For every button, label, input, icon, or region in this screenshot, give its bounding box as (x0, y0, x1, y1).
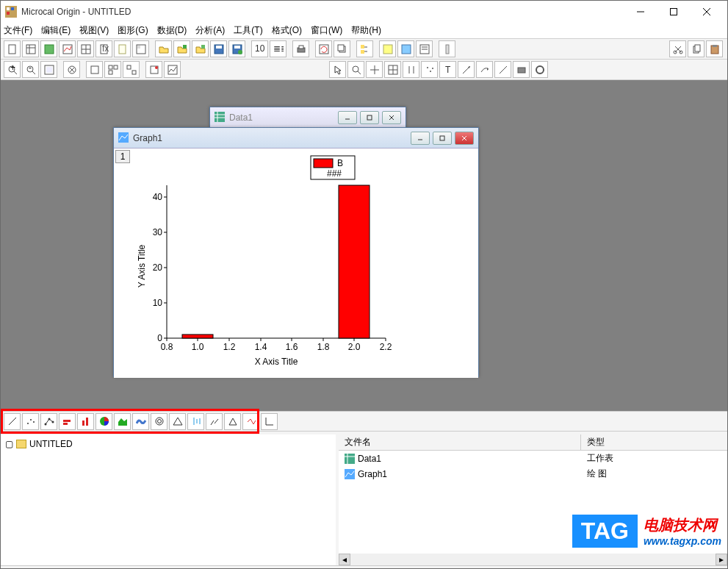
new-excel-button[interactable] (40, 40, 57, 57)
zoom-in-button[interactable]: + (4, 61, 21, 78)
svg-rect-51 (713, 45, 717, 47)
project-tree[interactable]: ▢ UNTITLED (1, 434, 339, 565)
draw-data-button[interactable] (421, 61, 438, 78)
minimize-button[interactable] (624, 1, 657, 22)
screen-reader-button[interactable] (366, 61, 383, 78)
text-tool-button[interactable]: T (439, 61, 456, 78)
menu-data[interactable]: 数据(D) (157, 24, 187, 37)
data1-minimize-button[interactable] (338, 111, 357, 124)
svg-rect-32 (299, 46, 303, 49)
open-template-button[interactable] (173, 40, 190, 57)
list-item[interactable]: Data1 工作表 (339, 451, 727, 466)
tree-root[interactable]: ▢ UNTITLED (4, 437, 333, 451)
new-layout-button[interactable] (132, 40, 149, 57)
chart-plot[interactable]: B ### Y Axis Title 0 10 20 30 40 (114, 148, 478, 376)
arrow-tool-button[interactable] (458, 61, 475, 78)
svg-rect-69 (168, 65, 177, 74)
close-button[interactable] (690, 1, 723, 22)
new-notes-button[interactable] (114, 40, 131, 57)
code-builder-button[interactable] (397, 40, 414, 57)
pointer-tool-button[interactable] (329, 61, 346, 78)
mdi-workspace: Data1 Graph1 1 (1, 80, 727, 411)
scroll-right-button[interactable]: ▸ (716, 554, 727, 565)
open-excel-button[interactable] (192, 40, 209, 57)
svg-rect-19 (119, 45, 126, 54)
chart-legend[interactable]: B ### (311, 156, 355, 179)
graph1-close-button[interactable] (455, 132, 474, 145)
paste-button[interactable] (706, 40, 723, 57)
menu-format[interactable]: 格式(O) (272, 24, 302, 37)
menu-graph[interactable]: 图形(G) (118, 24, 148, 37)
layer-tool-button[interactable] (63, 61, 80, 78)
menu-help[interactable]: 帮助(H) (351, 24, 381, 37)
add-column-button[interactable] (439, 40, 455, 57)
cut-button[interactable] (669, 40, 686, 57)
new-matrix-button[interactable] (77, 40, 94, 57)
rect-tool-button[interactable] (513, 61, 530, 78)
curved-arrow-button[interactable] (476, 61, 493, 78)
save-project-button[interactable] (210, 40, 227, 57)
data1-maximize-button[interactable] (360, 111, 379, 124)
merge-layers-button[interactable] (123, 61, 140, 78)
rescale-button[interactable] (40, 61, 57, 78)
new-graph-button[interactable] (59, 40, 76, 57)
copy-button[interactable] (688, 40, 704, 57)
add-layer-button[interactable] (86, 61, 103, 78)
scroll-left-button[interactable]: ◂ (339, 554, 350, 565)
data1-close-button[interactable] (382, 111, 401, 124)
menu-file[interactable]: 文件(F) (4, 24, 32, 37)
results-log-button[interactable] (379, 40, 396, 57)
data-selector-button[interactable] (403, 61, 419, 78)
graph1-window[interactable]: Graph1 1 B ### Y Axis Title (113, 127, 479, 377)
add-plot-button[interactable] (164, 61, 181, 78)
import-ascii-button[interactable]: 101 (251, 40, 268, 57)
chart-area[interactable]: 1 B ### Y Axis Title 0 10 (114, 148, 478, 378)
data1-window[interactable]: Data1 (209, 107, 406, 127)
menu-edit[interactable]: 编辑(E) (41, 24, 71, 37)
new-worksheet-button[interactable] (22, 40, 39, 57)
list-item[interactable]: Graph1 绘 图 (339, 466, 727, 482)
col-filename[interactable]: 文件名 (339, 434, 581, 450)
save-template-button[interactable] (228, 40, 245, 57)
new-function-button[interactable]: fx (95, 40, 112, 57)
circle-tool-button[interactable] (531, 61, 548, 78)
script-window-button[interactable] (416, 40, 433, 57)
menu-analysis[interactable]: 分析(A) (195, 24, 225, 37)
add-axes-button[interactable] (145, 61, 162, 78)
bar-1[interactable] (182, 334, 213, 338)
refresh-button[interactable] (315, 40, 332, 57)
extract-layers-button[interactable] (104, 61, 121, 78)
horizontal-scrollbar[interactable]: ◂ ▸ (339, 554, 727, 565)
menu-view[interactable]: 视图(V) (79, 24, 109, 37)
layer-tab[interactable]: 1 (115, 150, 130, 163)
app-icon (5, 6, 17, 18)
svg-text:30: 30 (153, 227, 163, 237)
print-button[interactable] (292, 40, 309, 57)
graph1-maximize-button[interactable] (433, 132, 452, 145)
duplicate-button[interactable] (334, 40, 350, 57)
data-reader-button[interactable] (384, 61, 401, 78)
svg-rect-35 (338, 45, 344, 51)
bar-2[interactable] (339, 185, 370, 338)
col-type[interactable]: 类型 (581, 434, 727, 450)
svg-text:1.0: 1.0 (192, 342, 204, 352)
zoom-out-button[interactable]: - (22, 61, 39, 78)
template-plot-button[interactable] (261, 413, 278, 430)
svg-rect-62 (109, 65, 112, 69)
new-project-button[interactable] (4, 40, 21, 57)
tree-expand-icon[interactable]: ▢ (5, 439, 13, 449)
line-tool-button[interactable] (494, 61, 511, 78)
open-button[interactable] (155, 40, 172, 57)
svg-rect-36 (361, 45, 364, 49)
project-explorer-button[interactable] (356, 40, 373, 57)
import-multi-button[interactable]: ≣≣ (270, 40, 286, 57)
status-bar: Y (1, 565, 727, 569)
menu-window[interactable]: 窗口(W) (311, 24, 342, 37)
menu-tools[interactable]: 工具(T) (234, 24, 262, 37)
zoom-tool-button[interactable] (347, 61, 364, 78)
svg-text:2.0: 2.0 (348, 342, 361, 352)
svg-rect-8 (9, 45, 15, 54)
maximize-button[interactable] (657, 1, 690, 22)
graph1-minimize-button[interactable] (411, 132, 430, 145)
svg-rect-13 (63, 45, 72, 54)
